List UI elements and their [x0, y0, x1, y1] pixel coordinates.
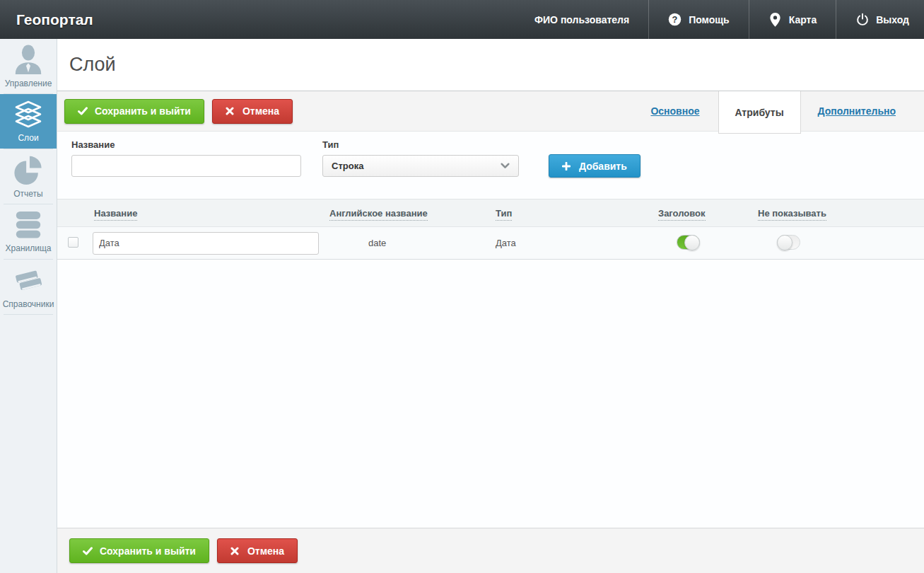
tab-attributes[interactable]: Атрибуты	[718, 91, 801, 134]
check-icon	[78, 107, 88, 115]
type-label: Тип	[322, 139, 339, 150]
column-header-name[interactable]: Название	[94, 208, 137, 221]
sidebar-item-layers[interactable]: Слои	[0, 94, 57, 149]
sidebar-item-storages[interactable]: Хранилища	[0, 204, 57, 259]
add-attribute-form: Название Тип Строка Добавить	[57, 132, 924, 199]
main-content: Слой Сохранить и выйти Отмена Основное А…	[57, 39, 924, 573]
plus-icon	[562, 162, 572, 170]
sidebar-item-label: Хранилища	[6, 243, 52, 253]
row-english-name: date	[322, 238, 489, 248]
column-header-title[interactable]: Заголовок	[658, 208, 706, 221]
map-pin-icon	[768, 13, 782, 27]
row-name-input[interactable]	[93, 232, 319, 255]
logout-button[interactable]: Выход	[836, 0, 924, 39]
row-select-checkbox[interactable]	[68, 237, 78, 248]
table-row: date Дата	[57, 227, 924, 260]
title-toggle-on[interactable]	[677, 235, 700, 250]
database-icon	[13, 210, 43, 240]
selected-type-value: Строка	[332, 161, 363, 171]
sidebar-item-label: Отчеты	[13, 189, 42, 199]
cancel-button[interactable]: Отмена	[212, 99, 293, 124]
pie-chart-icon	[12, 154, 45, 185]
bottom-toolbar: Сохранить и выйти Отмена	[57, 528, 924, 573]
attribute-name-input[interactable]	[71, 155, 301, 177]
title-bar: Слой	[57, 39, 924, 91]
top-toolbar: Сохранить и выйти Отмена Основное Атрибу…	[57, 91, 924, 132]
sidebar-item-label: Управление	[5, 79, 52, 88]
sidebar: Управление Слои Отчеты Хранилища	[0, 39, 57, 573]
add-attribute-button[interactable]: Добавить	[549, 154, 641, 178]
app-header: Геопортал ФИО пользователя ? Помощь Карт…	[0, 0, 924, 39]
x-icon	[226, 107, 235, 115]
column-header-english-name[interactable]: Английское название	[329, 208, 428, 221]
help-button[interactable]: ? Помощь	[648, 0, 749, 39]
user-name[interactable]: ФИО пользователя	[515, 0, 648, 39]
app-title: Геопортал	[0, 0, 93, 39]
tab-additional[interactable]: Дополнительно	[818, 105, 896, 117]
x-icon	[230, 547, 240, 555]
sidebar-item-dictionaries[interactable]: Справочники	[0, 260, 57, 314]
save-exit-button[interactable]: Сохранить и выйти	[64, 99, 204, 124]
name-label: Название	[71, 139, 115, 150]
chevron-down-icon	[501, 161, 510, 171]
cancel-button-bottom[interactable]: Отмена	[217, 538, 298, 563]
attributes-table-header: Название Английское название Тип Заголов…	[57, 199, 924, 227]
empty-area	[57, 260, 924, 528]
page-title: Слой	[69, 54, 116, 76]
attribute-type-select[interactable]: Строка	[322, 155, 519, 177]
power-icon	[855, 13, 869, 27]
help-icon: ?	[668, 13, 682, 27]
svg-text:?: ?	[672, 14, 678, 25]
save-exit-button-bottom[interactable]: Сохранить и выйти	[69, 538, 209, 563]
tab-bar: Основное Атрибуты Дополнительно	[650, 91, 924, 134]
books-icon	[12, 265, 45, 296]
column-header-type[interactable]: Тип	[496, 208, 512, 221]
map-button[interactable]: Карта	[749, 0, 836, 39]
sidebar-item-label: Справочники	[3, 299, 54, 309]
row-type: Дата	[489, 238, 651, 248]
hide-toggle-off[interactable]	[777, 235, 800, 250]
sidebar-separator	[4, 314, 53, 315]
check-icon	[83, 547, 93, 555]
tab-main[interactable]: Основное	[650, 105, 699, 117]
header-nav: ФИО пользователя ? Помощь Карта Выход	[515, 0, 924, 39]
column-header-hide[interactable]: Не показывать	[758, 208, 826, 221]
layers-icon	[12, 100, 45, 129]
user-icon	[12, 44, 45, 75]
sidebar-item-reports[interactable]: Отчеты	[0, 149, 57, 204]
sidebar-item-management[interactable]: Управление	[0, 39, 57, 93]
sidebar-item-label: Слои	[18, 133, 38, 143]
